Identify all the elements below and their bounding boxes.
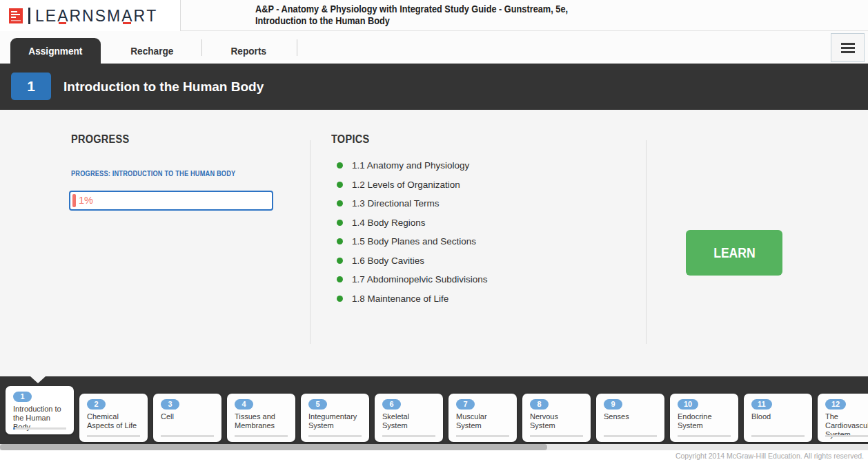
progress-section-heading: PROGRESS [71,133,129,146]
chapter-card-number-badge: 2 [87,399,106,410]
topic-label: 1.5 Body Planes and Sections [352,236,476,247]
topic-bullet-icon [337,182,343,188]
chapter-card-7[interactable]: 7Muscular System [448,394,517,442]
topic-label: 1.6 Body Cavities [352,256,424,266]
topic-item: 1.2 Levels of Organization [337,175,488,195]
chapter-card-4[interactable]: 4Tissues and Membranes [227,394,295,442]
chapter-card-2[interactable]: 2Chemical Aspects of Life [79,394,148,442]
chapter-card-title: Nervous System [530,412,583,430]
copyright-text: Copyright 2014 McGraw-Hill Education. Al… [675,452,864,460]
chapter-card-number-badge: 8 [530,399,549,410]
progress-label: PROGRESS: INTRODUCTION TO THE HUMAN BODY [71,169,235,177]
chapter-card-number-badge: 3 [161,399,179,410]
learn-button[interactable]: LEARN [686,230,782,276]
chapter-card-9[interactable]: 9Senses [596,394,664,442]
topic-bullet-icon [337,296,343,302]
tab-assignment[interactable]: Assignment [10,38,101,64]
topics-section-heading: TOPICS [331,133,369,146]
topic-bullet-icon [337,200,343,206]
logo-letter: N [82,8,95,24]
chapter-card-progress-bar [678,435,731,437]
logo-letter: E [46,8,57,24]
topic-label: 1.1 Anatomy and Physiology [352,160,469,171]
logo-letter: L [35,8,46,24]
carousel-scrollbar-track[interactable] [0,444,868,450]
column-divider [310,140,310,344]
course-title-line1: A&P - Anatomy & Physiology with Integrat… [255,3,568,15]
course-title-line2: Introduction to the Human Body [255,15,568,27]
carousel-scrollbar-thumb[interactable] [0,444,547,450]
chapter-card-number-badge: 11 [751,399,772,410]
topic-bullet-icon [337,276,343,282]
hamburger-menu-button[interactable] [831,33,865,62]
chapter-card-progress-bar [161,435,214,437]
tab-bar: Assignment Recharge Reports [0,31,868,64]
chapter-banner-title: Introduction to the Human Body [63,64,264,110]
logo-wordmark: LEARNSMART [35,8,157,24]
chapter-card-progress-bar [530,435,583,437]
main-content: PROGRESS PROGRESS: INTRODUCTION TO THE H… [0,110,868,376]
topic-label: 1.7 Abdominopelvic Subdivisions [352,274,488,285]
chapter-card-3[interactable]: 3Cell [153,394,221,442]
chapter-card-title: Muscular System [456,412,509,430]
chapter-card-title: Blood [751,412,805,421]
active-chapter-pointer [30,376,46,383]
topic-bullet-icon [337,220,343,226]
logo-letter: T [146,8,157,24]
chapter-card-number-badge: 12 [825,399,846,410]
chapter-card-10[interactable]: 10Endocrine System [670,394,738,442]
learn-button-label: LEARN [713,230,756,276]
topic-bullet-icon [337,258,343,264]
topic-item: 1.1 Anatomy and Physiology [337,156,488,175]
learnsmart-logo: LEARNSMART [0,0,181,31]
logo-letter: S [95,8,107,24]
chapter-card-12[interactable]: 12The Cardiovascular System [818,394,868,442]
topics-list: 1.1 Anatomy and Physiology1.2 Levels of … [337,156,488,308]
course-title: A&P - Anatomy & Physiology with Integrat… [255,3,568,27]
chapter-card-title: Integumentary System [308,412,362,430]
chapter-card-number-badge: 9 [604,399,622,410]
chapter-card-progress-bar [751,435,805,437]
chapter-card-number-badge: 10 [678,399,698,410]
tab-assignment-label: Assignment [28,38,82,64]
chapter-banner: 1 Introduction to the Human Body [0,64,868,110]
logo-letter: M [107,8,121,24]
tab-recharge[interactable]: Recharge [114,38,190,64]
tab-separator [297,39,297,56]
topic-item: 1.5 Body Planes and Sections [337,232,488,251]
progress-bar-fill [72,194,76,207]
mcgraw-hill-logo-icon [9,8,23,23]
chapter-card-number-badge: 6 [382,399,401,410]
chapter-card-progress-bar [456,435,509,437]
topic-label: 1.4 Body Regions [352,218,426,228]
logo-letter: R [69,8,82,24]
topic-label: 1.8 Maintenance of Life [352,293,448,304]
chapter-card-title: Tissues and Membranes [235,412,288,430]
topic-item: 1.3 Directional Terms [337,194,488,213]
tab-reports[interactable]: Reports [210,38,286,64]
learnsmart-app: LEARNSMART A&P - Anatomy & Physiology wi… [0,0,868,462]
logo-divider [28,8,30,24]
chapter-card-title: Cell [161,412,214,421]
chapter-card-6[interactable]: 6Skeletal System [375,394,443,442]
topic-label: 1.2 Levels of Organization [352,180,460,190]
chapter-card-progress-bar [604,435,657,437]
tab-reports-label: Reports [230,38,266,64]
chapter-card-progress-bar [87,435,140,437]
logo-letter: R [134,8,147,24]
column-divider [646,140,647,344]
chapter-number-badge: 1 [11,73,51,100]
progress-value: 1% [79,192,93,209]
chapter-card-progress-bar [235,435,288,437]
chapter-carousel: 1Introduction to the Human Body2Chemical… [0,376,868,444]
chapter-card-11[interactable]: 11Blood [744,394,812,442]
topic-item: 1.6 Body Cavities [337,251,488,271]
chapter-card-5[interactable]: 5Integumentary System [301,394,369,442]
chapter-card-number-badge: 4 [235,399,253,410]
chapter-card-progress-bar [13,427,66,430]
chapter-card-1[interactable]: 1Introduction to the Human Body [6,386,74,434]
logo-letter: A [57,8,69,24]
chapter-card-8[interactable]: 8Nervous System [522,394,591,442]
topic-label: 1.3 Directional Terms [352,198,440,209]
chapter-card-number-badge: 1 [13,392,32,402]
